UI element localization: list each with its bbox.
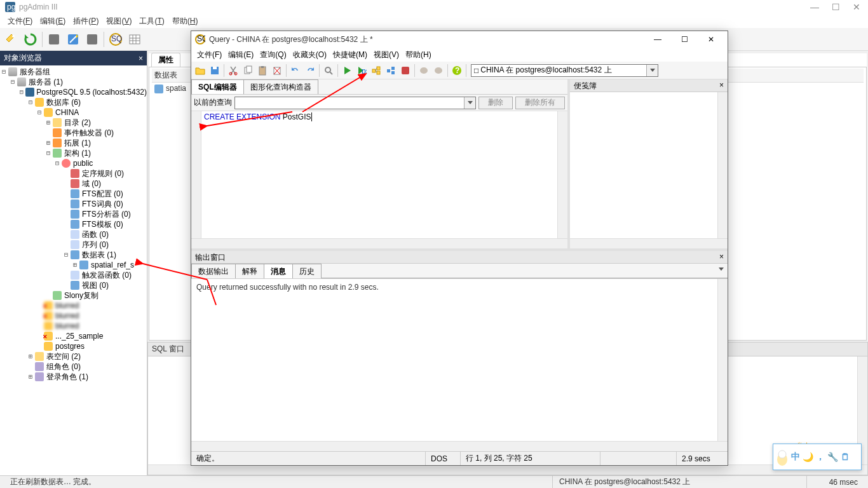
tab-messages[interactable]: 消息 (264, 264, 293, 278)
menu-file[interactable]: 文件(F) (4, 15, 36, 28)
qmenu-query[interactable]: 查询(Q) (257, 48, 289, 62)
open-icon[interactable] (193, 64, 207, 78)
explain-icon[interactable] (369, 64, 383, 78)
ime-settings-icon[interactable]: 🔧 (827, 452, 838, 462)
save-icon[interactable] (208, 64, 222, 78)
qmenu-file[interactable]: 文件(F) (194, 48, 225, 62)
tree-server-pg95[interactable]: ⊟PostgreSQL 9.5 (localhost:5432) (0, 87, 147, 97)
menu-edit[interactable]: 编辑(E) (36, 15, 69, 28)
tree-catalogs[interactable]: ⊞目录 (2) (0, 118, 147, 128)
paste-icon[interactable] (255, 64, 269, 78)
tree-collations[interactable]: 定序规则 (0) (0, 168, 147, 179)
tree-schemas[interactable]: ⊟架构 (1) (0, 148, 147, 158)
scratch-body[interactable] (570, 92, 728, 248)
execute-pgscript-icon[interactable]: ps (355, 64, 369, 78)
tree-server-group[interactable]: ⊟服务器组 (0, 67, 147, 77)
tab-data-output[interactable]: 数据输出 (191, 264, 236, 278)
menu-view[interactable]: 视图(V) (102, 15, 135, 28)
copy-icon[interactable] (241, 64, 255, 78)
ime-moon-icon[interactable]: 🌙 (803, 452, 813, 462)
ime-toolbar[interactable]: 中 🌙 ， 🔧 🗒 (773, 444, 862, 470)
tree-group-roles[interactable]: 组角色 (0) (0, 362, 147, 372)
tree-servers[interactable]: ⊟服务器 (1) (0, 77, 147, 87)
tab-sql-editor[interactable]: SQL编辑器 (191, 79, 244, 94)
help-icon[interactable]: ? (450, 64, 464, 78)
qmenu-favorites[interactable]: 收藏夹(O) (290, 48, 330, 62)
panel-close-icon[interactable]: × (719, 252, 724, 262)
find-icon[interactable] (322, 64, 336, 78)
scrollbar-vertical[interactable] (717, 279, 728, 441)
tree-db-blurred2[interactable]: blurred (0, 311, 147, 321)
tree-login-roles[interactable]: ⊞登录角色 (1) (0, 372, 147, 382)
prev-queries-combo[interactable] (234, 97, 476, 109)
output-body[interactable]: Query returned successfully with no resu… (191, 279, 728, 451)
clear-icon[interactable] (270, 64, 284, 78)
tree-table-spatial[interactable]: ⊞spatial_ref_s (0, 260, 147, 270)
explain-analyze-icon[interactable] (384, 64, 398, 78)
tree-fts-template[interactable]: FTS模板 (0) (0, 219, 147, 229)
panel-close-icon[interactable]: × (139, 54, 143, 63)
query-maximize-button[interactable]: ☐ (672, 32, 697, 46)
tree-tablespaces[interactable]: ⊞表空间 (2) (0, 351, 147, 362)
qmenu-edit[interactable]: 编辑(E) (225, 48, 257, 62)
scrollbar-horizontal[interactable] (191, 441, 728, 451)
execute-icon[interactable] (340, 64, 354, 78)
tree-event-triggers[interactable]: 事件触发器 (0) (0, 128, 147, 138)
undo-icon[interactable] (288, 64, 302, 78)
connection-combo[interactable]: □ CHINA 在 postgres@localhost:5432 上 (471, 64, 658, 77)
view-data-icon[interactable] (126, 30, 144, 48)
delete-button[interactable]: 删除 (478, 97, 513, 109)
tree-db-china[interactable]: ⊟CHINA (0, 107, 147, 118)
tab-explain[interactable]: 解释 (235, 264, 264, 278)
query-close-button[interactable]: ✕ (698, 32, 724, 46)
tree-fts-parser[interactable]: FTS分析器 (0) (0, 209, 147, 219)
properties-icon[interactable] (45, 30, 63, 48)
tree-db-sample[interactable]: ..._25_sample (0, 331, 147, 341)
sql-icon[interactable]: SQL (107, 30, 125, 48)
qmenu-macros[interactable]: 快捷键(M) (330, 48, 370, 62)
panel-close-icon[interactable]: × (719, 81, 724, 90)
close-button[interactable]: ✕ (853, 2, 860, 12)
tree-databases[interactable]: ⊟数据库 (6) (0, 97, 147, 107)
scrollbar-vertical[interactable] (717, 92, 728, 238)
cut-icon[interactable] (226, 64, 240, 78)
tree-fts-config[interactable]: FTS配置 (0) (0, 189, 147, 199)
redo-icon[interactable] (303, 64, 317, 78)
tree-schema-public[interactable]: ⊟public (0, 158, 147, 168)
tree-slony[interactable]: Slony复制 (0, 290, 147, 301)
scrollbar-horizontal[interactable] (570, 238, 728, 248)
query-title-bar[interactable]: SQL Query - CHINA 在 postgres@localhost:5… (191, 31, 728, 48)
scrollbar-vertical[interactable] (557, 111, 567, 238)
tree-trigger-fns[interactable]: 触发器函数 (0) (0, 270, 147, 280)
menu-plugins[interactable]: 插件(P) (69, 15, 102, 28)
tree-functions[interactable]: 函数 (0) (0, 229, 147, 240)
tree-views[interactable]: 视图 (0) (0, 280, 147, 290)
ime-punct-icon[interactable]: ， (816, 451, 825, 463)
minimize-button[interactable]: — (810, 2, 819, 12)
tree-fts-dict[interactable]: FTS词典 (0) (0, 199, 147, 209)
properties-tab[interactable]: 属性 (151, 53, 180, 67)
sql-editor[interactable]: CREATE EXTENSION PostGIS (191, 111, 567, 248)
commit-icon[interactable] (417, 64, 431, 78)
object-tree[interactable]: ⊟服务器组 ⊟服务器 (1) ⊟PostgreSQL 9.5 (localhos… (0, 65, 147, 475)
tree-sequences[interactable]: 序列 (0) (0, 240, 147, 250)
cancel-icon[interactable] (398, 64, 412, 78)
tree-tables[interactable]: ⊟数据表 (1) (0, 250, 147, 260)
menu-tools[interactable]: 工具(T) (135, 15, 168, 28)
menu-help[interactable]: 帮助(H) (168, 15, 202, 28)
delete-all-button[interactable]: 删除所有 (515, 97, 565, 109)
ime-lang[interactable]: 中 (791, 451, 800, 463)
rollback-icon[interactable] (431, 64, 445, 78)
chevron-down-icon[interactable] (646, 65, 658, 76)
scrollbar-horizontal[interactable] (191, 238, 567, 248)
connect-icon[interactable] (3, 30, 20, 48)
create-icon[interactable] (64, 30, 82, 48)
tree-db-postgres[interactable]: postgres (0, 341, 147, 351)
tree-domains[interactable]: 域 (0) (0, 179, 147, 189)
maximize-button[interactable]: ☐ (832, 2, 840, 12)
tab-history[interactable]: 历史 (292, 264, 322, 278)
qmenu-view[interactable]: 视图(V) (370, 48, 402, 62)
tree-db-blurred1[interactable]: blurred (0, 301, 147, 311)
tab-graphical-query[interactable]: 图形化查询构造器 (243, 79, 318, 94)
drop-icon[interactable] (83, 30, 101, 48)
